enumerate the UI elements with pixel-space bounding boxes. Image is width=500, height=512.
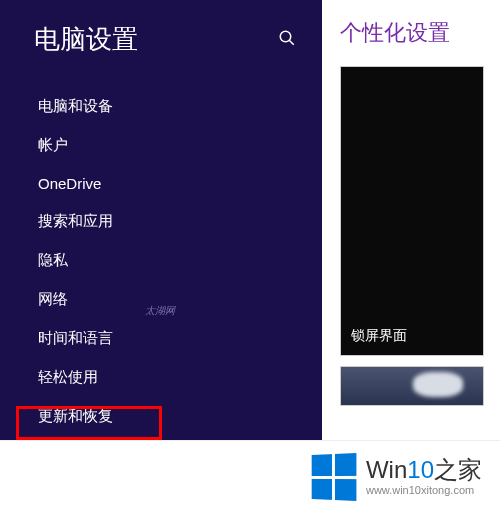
nav-label: 电脑和设备 — [38, 97, 113, 114]
brand-url: www.win10xitong.com — [366, 484, 474, 496]
nav-item-time-language[interactable]: 时间和语言 — [0, 319, 322, 358]
brand-text: Win10之家 www.win10xitong.com — [366, 458, 482, 496]
footer-watermark: Win10之家 www.win10xitong.com — [0, 440, 500, 512]
lockscreen-tile[interactable]: 锁屏界面 — [340, 66, 484, 356]
windows-logo-icon — [312, 452, 357, 500]
brand-prefix: Win — [366, 456, 407, 483]
search-icon[interactable] — [278, 29, 296, 51]
nav-label: 帐户 — [38, 136, 68, 153]
background-tile[interactable] — [340, 366, 484, 406]
right-panel: 个性化设置 锁屏界面 — [322, 0, 500, 440]
cloud-decoration — [413, 372, 463, 397]
nav-item-ease-of-access[interactable]: 轻松使用 — [0, 358, 322, 397]
svg-line-1 — [289, 40, 294, 45]
nav-label: 时间和语言 — [38, 329, 113, 346]
sidebar-header: 电脑设置 — [0, 22, 322, 75]
nav-list: 电脑和设备 帐户 OneDrive 搜索和应用 隐私 网络 时间和语言 轻松使用… — [0, 75, 322, 436]
nav-item-update-recovery[interactable]: 更新和恢复 — [0, 397, 322, 436]
sidebar: 电脑设置 电脑和设备 帐户 OneDrive 搜索和应用 隐私 网络 时间和语言… — [0, 0, 322, 440]
brand-num: 10 — [407, 456, 434, 483]
brand-main: Win10之家 — [366, 458, 482, 482]
nav-label: 网络 — [38, 290, 68, 307]
settings-container: 电脑设置 电脑和设备 帐户 OneDrive 搜索和应用 隐私 网络 时间和语言… — [0, 0, 500, 440]
nav-item-accounts[interactable]: 帐户 — [0, 126, 322, 165]
nav-item-onedrive[interactable]: OneDrive — [0, 165, 322, 202]
sidebar-title: 电脑设置 — [34, 22, 138, 57]
nav-item-search-apps[interactable]: 搜索和应用 — [0, 202, 322, 241]
nav-label: OneDrive — [38, 175, 101, 192]
personalization-title: 个性化设置 — [340, 18, 500, 48]
watermark-text: 太湖网 — [145, 304, 175, 318]
brand-suffix: 之家 — [434, 456, 482, 483]
nav-label: 轻松使用 — [38, 368, 98, 385]
nav-item-pc-devices[interactable]: 电脑和设备 — [0, 87, 322, 126]
nav-label: 搜索和应用 — [38, 212, 113, 229]
svg-point-0 — [280, 31, 291, 42]
nav-item-privacy[interactable]: 隐私 — [0, 241, 322, 280]
lockscreen-label: 锁屏界面 — [351, 327, 407, 345]
nav-label: 更新和恢复 — [38, 407, 113, 424]
nav-label: 隐私 — [38, 251, 68, 268]
